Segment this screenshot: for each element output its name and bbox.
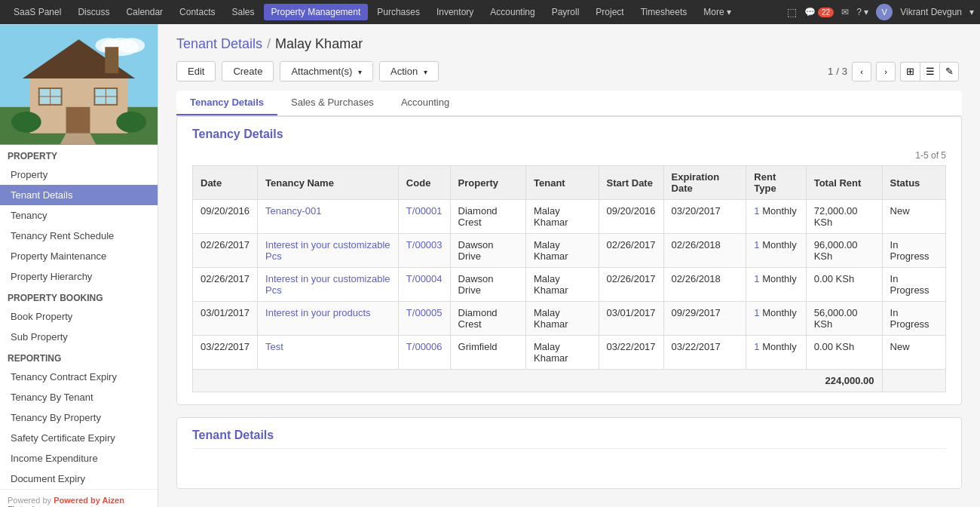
kanban-view-button[interactable]: ⊞: [900, 62, 920, 81]
tenancy-table: Date Tenancy Name Code Property Tenant S…: [192, 165, 946, 392]
cell-tenancy-name[interactable]: Test: [258, 336, 399, 370]
nav-project[interactable]: Project: [588, 4, 631, 20]
sidebar-item-safety-certificate-expiry[interactable]: Safety Certificate Expiry: [0, 428, 158, 448]
action-button[interactable]: Action ▾: [380, 62, 438, 81]
sidebar-item-tenancy-rent-schedule[interactable]: Tenancy Rent Schedule: [0, 226, 158, 246]
nav-more[interactable]: More ▾: [696, 4, 739, 20]
create-button[interactable]: Create: [222, 61, 274, 81]
cell-total-rent: 0.00 KSh: [806, 336, 882, 370]
cell-start-date: 03/22/2017: [599, 336, 663, 370]
next-page-button[interactable]: ›: [876, 62, 896, 81]
sidebar-item-property[interactable]: Property: [0, 164, 158, 185]
cell-tenancy-name[interactable]: Interest in your customizable Pcs: [258, 234, 399, 268]
svg-rect-7: [105, 47, 118, 73]
sidebar-item-income-expenditure[interactable]: Income Expenditure: [0, 448, 158, 469]
cell-tenancy-name[interactable]: Interest in your customizable Pcs: [258, 268, 399, 302]
table-row: 09/20/2016 Tenancy-001 T/00001 Diamond C…: [193, 200, 946, 234]
tabs: Tenancy Details Sales & Purchases Accoun…: [176, 91, 962, 116]
edit-button[interactable]: Edit: [176, 61, 216, 81]
cell-status: New: [882, 200, 945, 234]
cell-tenancy-name[interactable]: Interest in your products: [258, 302, 399, 336]
breadcrumb-parent[interactable]: Tenant Details: [176, 36, 262, 52]
user-name[interactable]: Vikrant Devgun: [900, 7, 962, 17]
col-tenant: Tenant: [526, 166, 599, 200]
tab-tenancy-details[interactable]: Tenancy Details: [176, 91, 277, 115]
cell-code[interactable]: T/00004: [398, 268, 450, 302]
total-spacer: [882, 370, 945, 392]
attachments-arrow: ▾: [358, 68, 362, 76]
top-navigation: SaaS Panel Discuss Calendar Contacts Sal…: [0, 0, 980, 24]
page-current: 1: [828, 66, 833, 77]
sidebar-item-sub-property[interactable]: Sub Property: [0, 327, 158, 347]
prev-page-button[interactable]: ‹: [852, 62, 871, 81]
toolbar: Edit Create Attachment(s) ▾ Action ▾: [176, 61, 962, 81]
cell-expiration-date: 03/22/2017: [663, 336, 746, 370]
page-navigation: 1 / 3: [828, 66, 847, 77]
sidebar-item-document-expiry[interactable]: Document Expiry: [0, 469, 158, 489]
col-status: Status: [882, 166, 945, 200]
page-separator: /: [836, 66, 839, 77]
cell-code[interactable]: T/00006: [398, 336, 450, 370]
col-expiration-date: Expiration Date: [663, 166, 746, 200]
footer-brand: Powered by Aizen Fintech: [8, 496, 124, 507]
cell-date: 09/20/2016: [193, 200, 258, 234]
messages-icon[interactable]: 💬 22: [804, 7, 834, 17]
table-row: 02/26/2017 Interest in your customizable…: [193, 268, 946, 302]
sidebar-item-tenancy[interactable]: Tenancy: [0, 205, 158, 226]
cell-tenancy-name[interactable]: Tenancy-001: [258, 200, 399, 234]
nav-calendar[interactable]: Calendar: [118, 4, 170, 20]
attachments-button[interactable]: Attachment(s) ▾: [280, 62, 372, 81]
sidebar-item-book-property[interactable]: Book Property: [0, 306, 158, 327]
sidebar-item-property-hierarchy[interactable]: Property Hierarchy: [0, 266, 158, 287]
nav-payroll[interactable]: Payroll: [544, 4, 587, 20]
col-total-rent: Total Rent: [806, 166, 882, 200]
cell-date: 03/01/2017: [193, 302, 258, 336]
cell-status: In Progress: [882, 302, 945, 336]
email-icon[interactable]: ✉: [841, 7, 849, 17]
sidebar: Property Property Tenant Details Tenancy…: [0, 24, 158, 507]
cell-rent-type: 1 Monthly: [746, 268, 806, 302]
help-icon[interactable]: ? ▾: [856, 7, 868, 17]
tab-sales-purchases[interactable]: Sales & Purchases: [277, 91, 387, 115]
cell-date: 02/26/2017: [193, 234, 258, 268]
tab-accounting[interactable]: Accounting: [387, 91, 463, 115]
nav-timesheets[interactable]: Timesheets: [633, 4, 695, 20]
action-dropdown[interactable]: Action ▾: [379, 61, 439, 81]
messages-badge: 22: [818, 8, 834, 17]
attachments-dropdown[interactable]: Attachment(s) ▾: [280, 61, 373, 81]
sidebar-item-property-maintenance[interactable]: Property Maintenance: [0, 246, 158, 266]
sidebar-item-tenancy-by-property[interactable]: Tenancy By Property: [0, 407, 158, 428]
nav-inventory[interactable]: Inventory: [429, 4, 481, 20]
cell-start-date: 02/26/2017: [599, 268, 663, 302]
cell-start-date: 02/26/2017: [599, 234, 663, 268]
toolbar-right: 1 / 3 ‹ › ⊞ ☰ ✎: [828, 62, 962, 81]
cell-property: Dawson Drive: [450, 268, 525, 302]
cell-property: Grimfield: [450, 336, 525, 370]
list-view-button[interactable]: ☰: [920, 62, 939, 81]
sidebar-item-tenancy-contract-expiry[interactable]: Tenancy Contract Expiry: [0, 367, 158, 387]
tenant-details-title: Tenant Details: [177, 418, 961, 448]
nav-sales[interactable]: Sales: [224, 4, 262, 20]
top-nav-right: ⬚ 💬 22 ✉ ? ▾ V Vikrant Devgun ▾: [787, 4, 974, 20]
cell-start-date: 09/20/2016: [599, 200, 663, 234]
nav-accounting[interactable]: Accounting: [482, 4, 542, 20]
cell-rent-type: 1 Monthly: [746, 200, 806, 234]
user-avatar[interactable]: V: [876, 4, 893, 20]
nav-saas-panel[interactable]: SaaS Panel: [6, 4, 69, 20]
cell-rent-type: 1 Monthly: [746, 234, 806, 268]
nav-discuss[interactable]: Discuss: [70, 4, 117, 20]
cell-status: In Progress: [882, 234, 945, 268]
cell-code[interactable]: T/00001: [398, 200, 450, 234]
breadcrumb-current: Malay Khamar: [275, 36, 363, 52]
login-icon[interactable]: ⬚: [787, 6, 797, 18]
nav-contacts[interactable]: Contacts: [172, 4, 222, 20]
tenancy-details-card: Tenancy Details 1-5 of 5 Date Tenancy Na…: [176, 116, 962, 405]
edit-view-button[interactable]: ✎: [939, 62, 959, 81]
cell-code[interactable]: T/00005: [398, 302, 450, 336]
nav-purchases[interactable]: Purchases: [369, 4, 427, 20]
tenancy-details-body: 1-5 of 5 Date Tenancy Name Code Property…: [177, 147, 961, 404]
sidebar-item-tenant-details[interactable]: Tenant Details: [0, 185, 158, 205]
cell-code[interactable]: T/00003: [398, 234, 450, 268]
sidebar-item-tenancy-by-tenant[interactable]: Tenancy By Tenant: [0, 387, 158, 407]
nav-property-management[interactable]: Property Management: [264, 4, 369, 20]
